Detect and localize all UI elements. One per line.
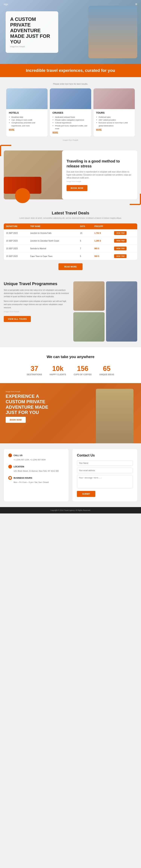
deal-view-cell: VIEW TRIP — [112, 229, 137, 237]
clock-icon: 🕐 — [8, 476, 12, 480]
stat-coffee-label: CUPS OF COFFEE — [73, 373, 92, 376]
stats-title: We can take you anywhere — [4, 355, 137, 359]
cruises-card-body: CRUISES Dedicated onboard hosts Private … — [50, 109, 91, 136]
stat-clients: 10k HAPPY CLIENTS — [49, 365, 66, 376]
cruises-bullet-2: Private cabins navigation experience — [55, 119, 89, 121]
deal-days: 5 — [78, 252, 92, 260]
cards-section: Please enter text here for best results.… — [0, 77, 141, 145]
stress-content-box: Traveling is a good method to release st… — [62, 151, 137, 199]
tours-bullet-2: 200+ vetted providers — [99, 119, 132, 121]
deals-subtitle: Lorem ipsum dolor sit amet, consectetur … — [4, 217, 137, 220]
program-image-3 — [73, 312, 105, 342]
deal-view-cell: VIEW TRIP — [112, 237, 137, 245]
contact-hours-item: 🕐 BUSINESS HOURS Mon – Fri: 8 am – 5 pm … — [8, 476, 64, 484]
contact-name-input[interactable] — [77, 460, 133, 466]
deals-col-departure: DEPARTURE — [4, 223, 28, 229]
footer-text: Copyright © 2024 Travel Agency. All Righ… — [50, 509, 91, 511]
hotels-bullet-1: Breakfast daily — [11, 116, 45, 119]
stat-clients-label: HAPPY CLIENTS — [49, 373, 66, 376]
programs-text2: Nemo enim ipsam voluptatem quia voluptas… — [4, 300, 70, 309]
contact-hours-text: Mon – Fri: 8 am – 5 pm / Sat, Sun: Close… — [8, 481, 64, 484]
stat-destinations: 37 DESTINATIONS — [27, 365, 42, 376]
cards-subtitle: Please enter text here for best results. — [4, 83, 137, 85]
contact-location-header: 📍 LOCATION — [8, 465, 64, 468]
cruises-bullet-3: Cultural experiences — [55, 121, 89, 124]
hero-content-box: A CUSTOM PRIVATE ADVENTURE MADE JUST FOR… — [6, 11, 58, 53]
table-row: 15 SEP 2023 Junction to Zanzibar North C… — [4, 237, 137, 245]
deal-price: 560 $ — [92, 252, 112, 260]
contact-email-input[interactable] — [77, 468, 133, 473]
contact-submit-button[interactable]: SUBMIT — [77, 491, 95, 497]
stat-ideas: 65 UNIQUE IDEAS — [99, 365, 114, 376]
view-all-tours-button[interactable]: VIEW ALL TOURS — [4, 316, 31, 322]
tours-card: TOURS Preferred rates 200+ vetted provid… — [94, 88, 135, 136]
contact-email-field[interactable] — [77, 468, 133, 473]
contact-location-label: LOCATION — [13, 465, 24, 468]
deals-title: Latest Travel Deals — [4, 211, 137, 216]
deals-col-tripname: TRIP NAME — [28, 223, 78, 229]
deal-view-cell: VIEW TRIP — [112, 252, 137, 260]
programs-title: Unique Travel Programmes — [4, 281, 70, 286]
cards-credit: Images from Freepik — [4, 139, 137, 141]
deal-price: 1,752 $ — [92, 229, 112, 237]
hotels-card: HOTELS Breakfast daily 4-pc. dining or r… — [6, 88, 47, 136]
hero-title: A CUSTOM PRIVATE ADVENTURE MADE JUST FOR… — [10, 17, 54, 44]
stats-section: We can take you anywhere 37 DESTINATIONS… — [0, 347, 141, 383]
deals-col-price: PRICE/PP — [92, 223, 112, 229]
hero-img-credit: Image from Freepik — [10, 46, 54, 48]
adventure-book-button[interactable]: BOOK NOW — [6, 417, 26, 423]
deal-view-button[interactable]: VIEW TRIP — [114, 239, 127, 243]
stress-section: Traveling is a good method to release st… — [0, 145, 141, 205]
stress-text: Duis aute irure dolor in reprehenderit i… — [67, 170, 133, 180]
contact-message-field[interactable] — [77, 475, 133, 489]
stress-orange-circle — [15, 188, 30, 203]
hotels-bullet-2: 4-pc. dining or room credit — [11, 119, 45, 121]
contact-section: 📞 CALL US +1 (234) 567-1234, +1 (234) 56… — [0, 443, 141, 507]
deal-view-button[interactable]: VIEW TRIP — [114, 231, 127, 235]
deals-col-days: DAYS — [78, 223, 92, 229]
contact-call-header: 📞 CALL US — [8, 454, 64, 457]
book-now-button[interactable]: BOOK NOW — [67, 185, 87, 191]
stress-credit: Image from Freepik — [67, 181, 133, 182]
contact-name-field[interactable] — [77, 460, 133, 466]
stress-title: Traveling is a good method to release st… — [67, 159, 133, 168]
contact-location-text: 123, Block Street, 21 Avenue, New York, … — [8, 469, 64, 473]
deals-table: DEPARTURE TRIP NAME DAYS PRICE/PP 15 SEP… — [4, 223, 137, 260]
programs-images-grid — [73, 281, 137, 342]
cruises-card: CRUISES Dedicated onboard hosts Private … — [50, 88, 91, 136]
table-row: 15 SEP 2023 Cape Town to Cape Town 5 560… — [4, 252, 137, 260]
contact-hours-label: BUSINESS HOURS — [13, 477, 32, 479]
stat-ideas-number: 65 — [99, 365, 114, 373]
adventure-content: Image from Freepik Experience a Custom P… — [0, 383, 64, 430]
contact-message-input[interactable] — [77, 475, 133, 488]
hotels-more-link[interactable]: MORE — [9, 129, 14, 131]
hotels-card-body: HOTELS Breakfast daily 4-pc. dining or r… — [6, 109, 47, 134]
hero-people-image — [89, 6, 137, 58]
deal-view-button[interactable]: VIEW TRIP — [114, 247, 127, 250]
contact-info: 📞 CALL US +1 (234) 567-1234, +1 (234) 56… — [4, 449, 69, 501]
hotels-bullet-3: Complimentary amenities and experiences,… — [11, 121, 45, 127]
hero-background-image — [89, 6, 137, 58]
phone-icon: 📞 — [8, 454, 12, 457]
hotels-image — [6, 88, 47, 109]
orange-banner: Incredible travel experiences, curated f… — [0, 64, 141, 77]
tours-more-link[interactable]: MORE — [96, 129, 102, 131]
deal-departure: 15 SEP 2023 — [4, 237, 28, 245]
table-row: 15 SEP 2023 Junction to Victoria Falls 1… — [4, 229, 137, 237]
deals-read-more-button[interactable]: READ MORE — [59, 263, 82, 270]
deal-price: 1,285 $ — [92, 237, 112, 245]
logo: logo — [4, 3, 8, 6]
menu-icon[interactable]: ≡ — [135, 2, 137, 6]
deal-trip-name: Cape Town to Cape Town — [28, 252, 78, 260]
cruises-more-link[interactable]: MORE — [52, 131, 58, 133]
deal-view-button[interactable]: VIEW TRIP — [114, 254, 127, 258]
hotels-title: HOTELS — [9, 111, 45, 114]
programs-text1: Sed ut perspiciatis unde omnis iste natu… — [4, 288, 70, 298]
location-icon: 📍 — [8, 465, 12, 468]
tours-image — [94, 88, 135, 109]
contact-form-title: Contact Us — [77, 454, 133, 457]
cruises-bullets: Dedicated onboard hosts Private cabins n… — [52, 116, 89, 130]
contact-call-text: +1 (234) 567-1234, +1 (234) 567-5634 — [8, 458, 64, 461]
deals-table-header-row: DEPARTURE TRIP NAME DAYS PRICE/PP — [4, 223, 137, 229]
contact-form: Contact Us SUBMIT — [72, 449, 137, 501]
